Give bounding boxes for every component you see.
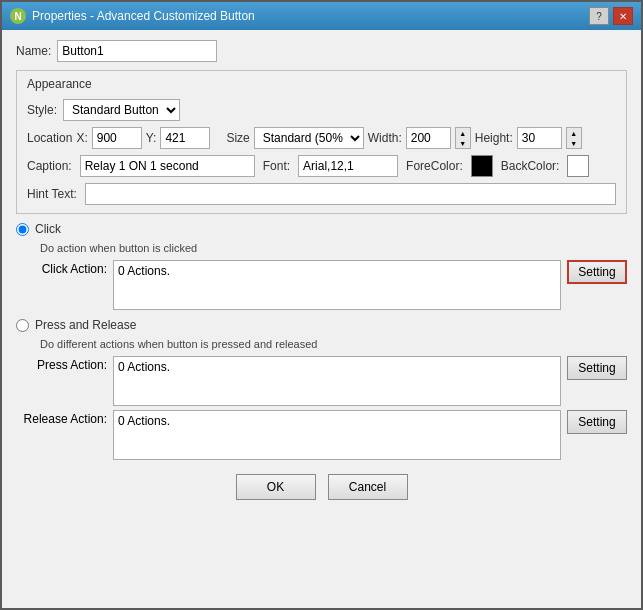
release-action-textarea[interactable]	[113, 410, 561, 460]
click-action-textarea[interactable]	[113, 260, 561, 310]
click-radio[interactable]	[16, 223, 29, 236]
release-setting-button[interactable]: Setting	[567, 410, 627, 434]
click-setting-button[interactable]: Setting	[567, 260, 627, 284]
press-action-textarea[interactable]	[113, 356, 561, 406]
press-action-label: Press Action:	[22, 356, 107, 372]
caption-input[interactable]	[80, 155, 255, 177]
name-input[interactable]	[57, 40, 217, 62]
click-radio-row: Click	[16, 222, 627, 236]
height-spin-up[interactable]: ▲	[567, 128, 581, 138]
press-setting-button[interactable]: Setting	[567, 356, 627, 380]
caption-label: Caption:	[27, 159, 72, 173]
release-action-row: Release Action: Setting	[22, 410, 627, 460]
location-size-row: Location X: Y: Size Standard (50%) Width…	[27, 127, 616, 149]
width-spin-up[interactable]: ▲	[456, 128, 470, 138]
click-action-row: Click Action: Setting	[22, 260, 627, 310]
hint-input[interactable]	[85, 183, 616, 205]
press-release-radio-row: Press and Release	[16, 318, 627, 332]
close-button[interactable]: ✕	[613, 7, 633, 25]
size-label: Size	[226, 131, 249, 145]
app-icon: N	[10, 8, 26, 24]
location-group: Location X: Y:	[27, 127, 210, 149]
press-release-radio-label: Press and Release	[35, 318, 136, 332]
cancel-button[interactable]: Cancel	[328, 474, 408, 500]
press-release-desc: Do different actions when button is pres…	[16, 338, 627, 350]
width-spin-down[interactable]: ▼	[456, 138, 470, 148]
caption-row: Caption: Font: ForeColor: BackColor:	[27, 155, 616, 177]
forecolor-box[interactable]	[471, 155, 493, 177]
location-label: Location	[27, 131, 72, 145]
backcolor-label: BackColor:	[501, 159, 560, 173]
hint-row: Hint Text:	[27, 183, 616, 205]
size-group: Size Standard (50%) Width: ▲ ▼ Height: ▲…	[226, 127, 581, 149]
title-bar: N Properties - Advanced Customized Butto…	[2, 2, 641, 30]
width-label: Width:	[368, 131, 402, 145]
hint-label: Hint Text:	[27, 187, 77, 201]
appearance-label: Appearance	[27, 77, 616, 91]
y-label: Y:	[146, 131, 157, 145]
height-spinner[interactable]: ▲ ▼	[566, 127, 582, 149]
style-select[interactable]: Standard Button	[63, 99, 180, 121]
height-label: Height:	[475, 131, 513, 145]
click-radio-label: Click	[35, 222, 61, 236]
click-section: Click Do action when button is clicked C…	[16, 222, 627, 310]
click-desc: Do action when button is clicked	[16, 242, 627, 254]
font-label: Font:	[263, 159, 290, 173]
dialog-button-row: OK Cancel	[16, 474, 627, 508]
height-input[interactable]	[517, 127, 562, 149]
width-spinner[interactable]: ▲ ▼	[455, 127, 471, 149]
style-row: Style: Standard Button	[27, 99, 616, 121]
press-action-section: Press Action: Setting Release Action: Se…	[16, 356, 627, 460]
release-action-label: Release Action:	[22, 410, 107, 426]
click-action-label: Click Action:	[22, 260, 107, 276]
press-release-radio[interactable]	[16, 319, 29, 332]
y-input[interactable]	[160, 127, 210, 149]
ok-button[interactable]: OK	[236, 474, 316, 500]
width-input[interactable]	[406, 127, 451, 149]
backcolor-box[interactable]	[567, 155, 589, 177]
height-spin-down[interactable]: ▼	[567, 138, 581, 148]
appearance-section: Appearance Style: Standard Button Locati…	[16, 70, 627, 214]
help-button[interactable]: ?	[589, 7, 609, 25]
press-release-section: Press and Release Do different actions w…	[16, 318, 627, 460]
forecolor-label: ForeColor:	[406, 159, 463, 173]
font-input[interactable]	[298, 155, 398, 177]
window-title: Properties - Advanced Customized Button	[32, 9, 255, 23]
press-action-row: Press Action: Setting	[22, 356, 627, 406]
style-label: Style:	[27, 103, 57, 117]
click-action-section: Click Action: Setting	[16, 260, 627, 310]
x-label: X:	[76, 131, 87, 145]
x-input[interactable]	[92, 127, 142, 149]
size-select[interactable]: Standard (50%)	[254, 127, 364, 149]
name-label: Name:	[16, 44, 51, 58]
name-row: Name:	[16, 40, 627, 62]
